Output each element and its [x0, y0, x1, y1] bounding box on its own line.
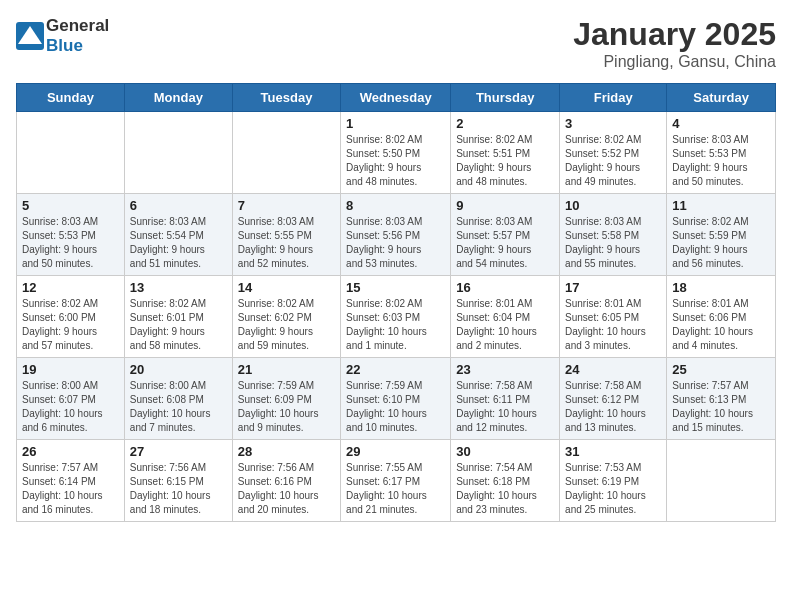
calendar-cell: 12Sunrise: 8:02 AM Sunset: 6:00 PM Dayli… — [17, 276, 125, 358]
calendar-cell: 22Sunrise: 7:59 AM Sunset: 6:10 PM Dayli… — [341, 358, 451, 440]
day-number: 7 — [238, 198, 335, 213]
calendar-cell: 29Sunrise: 7:55 AM Sunset: 6:17 PM Dayli… — [341, 440, 451, 522]
calendar-cell: 26Sunrise: 7:57 AM Sunset: 6:14 PM Dayli… — [17, 440, 125, 522]
day-info: Sunrise: 8:02 AM Sunset: 5:52 PM Dayligh… — [565, 133, 661, 189]
day-number: 28 — [238, 444, 335, 459]
day-number: 16 — [456, 280, 554, 295]
calendar-week-4: 19Sunrise: 8:00 AM Sunset: 6:07 PM Dayli… — [17, 358, 776, 440]
day-info: Sunrise: 8:02 AM Sunset: 5:50 PM Dayligh… — [346, 133, 445, 189]
calendar-week-1: 1Sunrise: 8:02 AM Sunset: 5:50 PM Daylig… — [17, 112, 776, 194]
day-number: 13 — [130, 280, 227, 295]
day-number: 30 — [456, 444, 554, 459]
day-number: 14 — [238, 280, 335, 295]
page-header: General Blue January 2025 Pingliang, Gan… — [16, 16, 776, 71]
day-info: Sunrise: 8:01 AM Sunset: 6:05 PM Dayligh… — [565, 297, 661, 353]
calendar-cell: 16Sunrise: 8:01 AM Sunset: 6:04 PM Dayli… — [451, 276, 560, 358]
weekday-header-wednesday: Wednesday — [341, 84, 451, 112]
weekday-header-friday: Friday — [560, 84, 667, 112]
calendar-cell: 1Sunrise: 8:02 AM Sunset: 5:50 PM Daylig… — [341, 112, 451, 194]
day-number: 22 — [346, 362, 445, 377]
day-number: 1 — [346, 116, 445, 131]
day-info: Sunrise: 7:59 AM Sunset: 6:09 PM Dayligh… — [238, 379, 335, 435]
calendar-cell: 20Sunrise: 8:00 AM Sunset: 6:08 PM Dayli… — [124, 358, 232, 440]
weekday-header-sunday: Sunday — [17, 84, 125, 112]
day-number: 2 — [456, 116, 554, 131]
calendar-cell: 25Sunrise: 7:57 AM Sunset: 6:13 PM Dayli… — [667, 358, 776, 440]
calendar-cell: 2Sunrise: 8:02 AM Sunset: 5:51 PM Daylig… — [451, 112, 560, 194]
calendar-cell: 27Sunrise: 7:56 AM Sunset: 6:15 PM Dayli… — [124, 440, 232, 522]
day-number: 17 — [565, 280, 661, 295]
calendar-cell: 5Sunrise: 8:03 AM Sunset: 5:53 PM Daylig… — [17, 194, 125, 276]
calendar-cell: 3Sunrise: 8:02 AM Sunset: 5:52 PM Daylig… — [560, 112, 667, 194]
day-number: 25 — [672, 362, 770, 377]
day-number: 19 — [22, 362, 119, 377]
day-info: Sunrise: 7:58 AM Sunset: 6:12 PM Dayligh… — [565, 379, 661, 435]
calendar-cell: 19Sunrise: 8:00 AM Sunset: 6:07 PM Dayli… — [17, 358, 125, 440]
weekday-header-monday: Monday — [124, 84, 232, 112]
day-info: Sunrise: 8:01 AM Sunset: 6:06 PM Dayligh… — [672, 297, 770, 353]
day-number: 6 — [130, 198, 227, 213]
calendar-subtitle: Pingliang, Gansu, China — [573, 53, 776, 71]
day-number: 24 — [565, 362, 661, 377]
calendar-week-5: 26Sunrise: 7:57 AM Sunset: 6:14 PM Dayli… — [17, 440, 776, 522]
day-info: Sunrise: 8:03 AM Sunset: 5:58 PM Dayligh… — [565, 215, 661, 271]
day-info: Sunrise: 8:03 AM Sunset: 5:56 PM Dayligh… — [346, 215, 445, 271]
weekday-header-row: SundayMondayTuesdayWednesdayThursdayFrid… — [17, 84, 776, 112]
calendar-cell — [17, 112, 125, 194]
svg-rect-2 — [26, 36, 34, 44]
calendar-cell: 8Sunrise: 8:03 AM Sunset: 5:56 PM Daylig… — [341, 194, 451, 276]
day-info: Sunrise: 8:00 AM Sunset: 6:07 PM Dayligh… — [22, 379, 119, 435]
day-info: Sunrise: 8:02 AM Sunset: 5:59 PM Dayligh… — [672, 215, 770, 271]
calendar-cell: 15Sunrise: 8:02 AM Sunset: 6:03 PM Dayli… — [341, 276, 451, 358]
calendar-week-2: 5Sunrise: 8:03 AM Sunset: 5:53 PM Daylig… — [17, 194, 776, 276]
day-info: Sunrise: 8:02 AM Sunset: 5:51 PM Dayligh… — [456, 133, 554, 189]
day-number: 12 — [22, 280, 119, 295]
day-number: 21 — [238, 362, 335, 377]
day-info: Sunrise: 8:01 AM Sunset: 6:04 PM Dayligh… — [456, 297, 554, 353]
calendar-cell: 11Sunrise: 8:02 AM Sunset: 5:59 PM Dayli… — [667, 194, 776, 276]
day-info: Sunrise: 8:03 AM Sunset: 5:53 PM Dayligh… — [22, 215, 119, 271]
logo-icon — [16, 22, 44, 50]
day-number: 29 — [346, 444, 445, 459]
day-number: 9 — [456, 198, 554, 213]
calendar-cell: 17Sunrise: 8:01 AM Sunset: 6:05 PM Dayli… — [560, 276, 667, 358]
day-info: Sunrise: 8:02 AM Sunset: 6:02 PM Dayligh… — [238, 297, 335, 353]
day-number: 18 — [672, 280, 770, 295]
calendar-cell — [667, 440, 776, 522]
calendar-cell: 6Sunrise: 8:03 AM Sunset: 5:54 PM Daylig… — [124, 194, 232, 276]
day-info: Sunrise: 7:56 AM Sunset: 6:15 PM Dayligh… — [130, 461, 227, 517]
calendar-cell: 7Sunrise: 8:03 AM Sunset: 5:55 PM Daylig… — [232, 194, 340, 276]
title-block: January 2025 Pingliang, Gansu, China — [573, 16, 776, 71]
day-info: Sunrise: 8:03 AM Sunset: 5:57 PM Dayligh… — [456, 215, 554, 271]
day-number: 31 — [565, 444, 661, 459]
weekday-header-saturday: Saturday — [667, 84, 776, 112]
calendar-cell: 13Sunrise: 8:02 AM Sunset: 6:01 PM Dayli… — [124, 276, 232, 358]
day-number: 26 — [22, 444, 119, 459]
weekday-header-tuesday: Tuesday — [232, 84, 340, 112]
day-info: Sunrise: 8:02 AM Sunset: 6:03 PM Dayligh… — [346, 297, 445, 353]
calendar-cell: 23Sunrise: 7:58 AM Sunset: 6:11 PM Dayli… — [451, 358, 560, 440]
logo-general: General — [46, 16, 109, 35]
day-number: 27 — [130, 444, 227, 459]
weekday-header-thursday: Thursday — [451, 84, 560, 112]
day-info: Sunrise: 7:56 AM Sunset: 6:16 PM Dayligh… — [238, 461, 335, 517]
day-info: Sunrise: 8:02 AM Sunset: 6:00 PM Dayligh… — [22, 297, 119, 353]
day-number: 8 — [346, 198, 445, 213]
calendar-cell: 30Sunrise: 7:54 AM Sunset: 6:18 PM Dayli… — [451, 440, 560, 522]
day-info: Sunrise: 7:57 AM Sunset: 6:13 PM Dayligh… — [672, 379, 770, 435]
day-info: Sunrise: 8:03 AM Sunset: 5:55 PM Dayligh… — [238, 215, 335, 271]
calendar-cell — [124, 112, 232, 194]
calendar-title: January 2025 — [573, 16, 776, 53]
calendar-cell: 24Sunrise: 7:58 AM Sunset: 6:12 PM Dayli… — [560, 358, 667, 440]
day-info: Sunrise: 7:59 AM Sunset: 6:10 PM Dayligh… — [346, 379, 445, 435]
day-info: Sunrise: 8:02 AM Sunset: 6:01 PM Dayligh… — [130, 297, 227, 353]
day-number: 11 — [672, 198, 770, 213]
day-info: Sunrise: 8:03 AM Sunset: 5:53 PM Dayligh… — [672, 133, 770, 189]
logo-blue: Blue — [46, 36, 83, 55]
calendar-cell: 9Sunrise: 8:03 AM Sunset: 5:57 PM Daylig… — [451, 194, 560, 276]
day-info: Sunrise: 8:03 AM Sunset: 5:54 PM Dayligh… — [130, 215, 227, 271]
day-info: Sunrise: 7:55 AM Sunset: 6:17 PM Dayligh… — [346, 461, 445, 517]
calendar-cell: 31Sunrise: 7:53 AM Sunset: 6:19 PM Dayli… — [560, 440, 667, 522]
day-number: 4 — [672, 116, 770, 131]
day-info: Sunrise: 7:54 AM Sunset: 6:18 PM Dayligh… — [456, 461, 554, 517]
